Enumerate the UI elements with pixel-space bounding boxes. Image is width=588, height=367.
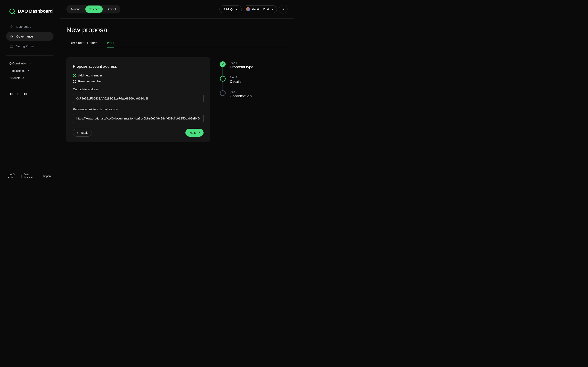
logo-section[interactable]: DAO Dashboard bbox=[0, 0, 60, 18]
chevron-left-icon bbox=[76, 131, 79, 134]
sidebar-item-voting-power[interactable]: Voting Power bbox=[6, 42, 53, 50]
wallet-address: 0xd6c...f5b6 bbox=[252, 8, 269, 11]
page-title: New proposal bbox=[66, 26, 287, 34]
reference-link-input[interactable] bbox=[73, 114, 204, 123]
steps-progress: Step 1 Proposal type Step 2 Details bbox=[220, 57, 253, 142]
proposal-form-card: Propose account address Add new member R… bbox=[66, 57, 210, 142]
tab-dao-token-holder[interactable]: DAO Token Holder bbox=[70, 41, 97, 48]
svg-point-6 bbox=[9, 93, 11, 95]
nav-label: Dashboard bbox=[16, 25, 31, 28]
divider bbox=[6, 55, 53, 56]
link-repositories[interactable]: Repositories bbox=[6, 67, 53, 75]
link-tutorials[interactable]: Tutorials bbox=[6, 75, 53, 82]
radio-label: Remove member bbox=[78, 80, 102, 83]
tab-test1[interactable]: test1 bbox=[107, 41, 114, 48]
svg-point-8 bbox=[13, 93, 13, 95]
nav-label: Governance bbox=[16, 35, 33, 38]
separator: | bbox=[21, 175, 22, 178]
svg-rect-3 bbox=[12, 25, 13, 26]
link-data-privacy[interactable]: Data Privacy bbox=[24, 173, 39, 179]
candidate-address-label: Candidate address bbox=[73, 87, 204, 91]
radio-label: Add new member bbox=[78, 74, 102, 77]
svg-rect-4 bbox=[10, 27, 11, 28]
step-title: Confirmation bbox=[230, 94, 252, 98]
chevron-right-icon bbox=[198, 131, 201, 134]
radio-add-member[interactable]: Add new member bbox=[73, 74, 204, 77]
voting-power-icon bbox=[10, 44, 13, 48]
sidebar-footer: 1.0.0-rc.0 | Data Privacy | Imprint bbox=[0, 170, 60, 184]
social-icons bbox=[0, 92, 60, 96]
sidebar: DAO Dashboard Dashboard Governance Votin… bbox=[0, 0, 60, 184]
network-devnet[interactable]: Devnet bbox=[103, 6, 120, 13]
back-button[interactable]: Back bbox=[73, 129, 92, 137]
q-logo-icon bbox=[9, 8, 15, 14]
sidebar-item-governance[interactable]: Governance bbox=[6, 32, 53, 41]
version-label: 1.0.0-rc.0 bbox=[8, 173, 19, 179]
step-marker-pending-icon bbox=[220, 90, 226, 96]
step-marker-done-icon bbox=[220, 61, 226, 67]
app-name: DAO Dashboard bbox=[18, 8, 53, 14]
radio-icon bbox=[73, 80, 76, 83]
medium-icon[interactable] bbox=[9, 92, 13, 96]
svg-point-11 bbox=[283, 9, 284, 10]
external-link-icon bbox=[27, 69, 29, 72]
svg-point-7 bbox=[12, 93, 13, 95]
radio-remove-member[interactable]: Remove member bbox=[73, 80, 204, 83]
separator: | bbox=[41, 175, 41, 178]
step-confirmation: Step 3 Confirmation bbox=[220, 90, 253, 105]
network-switcher: Mainnet Testnet Devnet bbox=[66, 5, 121, 13]
step-number: Step 3 bbox=[230, 90, 252, 93]
link-label: Q Constitution bbox=[9, 62, 27, 65]
reference-link-label: Reference link to external source bbox=[73, 108, 204, 111]
main-content: Mainnet Testnet Devnet 3.91 Q 0xd6c...f5… bbox=[60, 0, 294, 184]
link-label: Repositories bbox=[9, 69, 25, 72]
radio-icon bbox=[73, 74, 76, 77]
button-label: Back bbox=[81, 131, 87, 134]
gear-icon bbox=[281, 7, 285, 11]
candidate-address-input[interactable] bbox=[73, 94, 204, 103]
proposal-layout: Propose account address Add new member R… bbox=[66, 57, 287, 142]
reddit-icon[interactable] bbox=[23, 92, 27, 96]
step-marker-current-icon bbox=[220, 76, 226, 82]
main-nav: Dashboard Governance Voting Power bbox=[0, 18, 60, 51]
wallet-dropdown[interactable]: 0xd6c...f5b6 bbox=[244, 5, 277, 13]
external-link-icon bbox=[29, 62, 32, 65]
link-q-constitution[interactable]: Q Constitution bbox=[6, 60, 53, 67]
button-label: Next bbox=[190, 131, 196, 134]
step-connector bbox=[223, 67, 223, 76]
step-title: Proposal type bbox=[230, 65, 253, 69]
tabs: DAO Token Holder test1 bbox=[66, 41, 287, 48]
network-mainnet[interactable]: Mainnet bbox=[67, 6, 85, 13]
step-number: Step 2 bbox=[230, 76, 242, 79]
link-label: Tutorials bbox=[9, 76, 20, 80]
step-number: Step 1 bbox=[230, 61, 253, 64]
sidebar-item-dashboard[interactable]: Dashboard bbox=[6, 22, 53, 31]
link-imprint[interactable]: Imprint bbox=[43, 175, 52, 178]
network-testnet[interactable]: Testnet bbox=[85, 6, 103, 13]
settings-button[interactable] bbox=[279, 5, 287, 13]
radio-group-member-action: Add new member Remove member bbox=[73, 74, 204, 83]
chevron-down-icon bbox=[271, 8, 274, 11]
step-details: Step 2 Details bbox=[220, 76, 253, 90]
svg-rect-2 bbox=[10, 25, 11, 26]
dashboard-icon bbox=[10, 25, 13, 28]
balance-value: 3.91 Q bbox=[223, 8, 233, 11]
balance-dropdown[interactable]: 3.91 Q bbox=[219, 5, 242, 13]
governance-icon bbox=[10, 34, 13, 38]
next-button[interactable]: Next bbox=[185, 129, 204, 137]
step-title: Details bbox=[230, 79, 242, 84]
topbar-right: 3.91 Q 0xd6c...f5b6 bbox=[219, 5, 287, 13]
wallet-avatar-icon bbox=[246, 7, 250, 11]
external-links: Q Constitution Repositories Tutorials bbox=[0, 60, 60, 82]
step-proposal-type: Step 1 Proposal type bbox=[220, 61, 253, 76]
content-area: New proposal DAO Token Holder test1 Prop… bbox=[60, 18, 294, 184]
step-connector bbox=[223, 82, 223, 90]
topbar: Mainnet Testnet Devnet 3.91 Q 0xd6c...f5… bbox=[60, 0, 294, 18]
discord-icon[interactable] bbox=[16, 92, 20, 96]
svg-rect-5 bbox=[12, 27, 13, 28]
svg-point-10 bbox=[18, 94, 19, 95]
svg-line-1 bbox=[13, 12, 15, 14]
svg-point-9 bbox=[17, 94, 18, 95]
card-actions: Back Next bbox=[73, 129, 204, 137]
chevron-down-icon bbox=[235, 8, 238, 11]
